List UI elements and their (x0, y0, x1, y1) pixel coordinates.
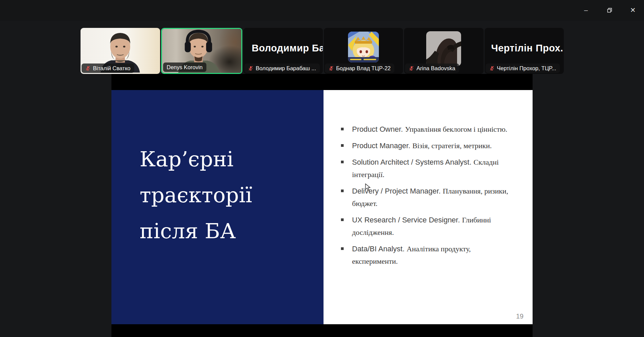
minimize-button[interactable]: – (578, 5, 594, 15)
bullet-role: Delivery / Project Manager. (352, 187, 441, 195)
bullet-role: Data/BI Analyst. (352, 245, 405, 253)
participant-name: Боднар Влад ТЦР-22 (336, 65, 391, 72)
close-button[interactable]: ✕ (625, 5, 641, 15)
muted-mic-icon (248, 66, 253, 71)
slide-content-panel: Product Owner. Управління беклогом і цін… (324, 90, 533, 324)
participant-name: Arina Badovska (416, 65, 455, 72)
slide-title-line: траєкторії (140, 177, 324, 213)
muted-mic-icon (409, 66, 414, 71)
presentation-slide: Кар’єрні траєкторії після БА Product Own… (111, 90, 533, 324)
slide-title: Кар’єрні траєкторії після БА (140, 141, 324, 249)
bullet-role: Product Manager. (352, 141, 410, 150)
participant-name-label: Denys Korovin (163, 62, 206, 72)
bullet-item: UX Research / Service Designer. Глибинні… (352, 214, 513, 239)
muted-mic-icon (329, 66, 334, 71)
participant-tile-bodnar-vlad[interactable]: Боднар Влад ТЦР-22 (324, 28, 403, 74)
bullet-item: Delivery / Project Manager. Планування, … (352, 185, 513, 210)
slide-page-number: 19 (516, 312, 524, 320)
participant-tile-arina-badovska[interactable]: Arina Badovska (404, 28, 484, 74)
participant-name-label: Чертілін Прохор, ТЦР... (486, 64, 560, 73)
participant-avatar (348, 32, 379, 62)
bullet-item: Solution Architect / Systems Analyst. Ск… (352, 156, 513, 181)
participant-name-label: Arina Badovska (405, 64, 459, 73)
participant-avatar (426, 31, 461, 66)
bullet-list: Product Owner. Управління беклогом і цін… (324, 90, 533, 267)
participant-tile-vitalii-svatko[interactable]: Віталій Сватко (81, 28, 160, 74)
participant-name-label: Володимир Барабаш ... (244, 64, 320, 73)
bullet-role: Product Owner. (352, 125, 403, 133)
meeting-window: – ✕ (0, 0, 644, 337)
bullet-description: Візія, стратегія, метрики. (412, 141, 492, 150)
slide-title-panel: Кар’єрні траєкторії після БА (111, 90, 324, 324)
minimize-icon: – (584, 6, 588, 14)
screen-share-area: Кар’єрні траєкторії після БА Product Own… (111, 74, 533, 337)
restore-icon (607, 8, 612, 13)
muted-mic-icon (489, 66, 495, 71)
bullet-role: Solution Architect / Systems Analyst. (352, 158, 472, 166)
bullet-item: Product Owner. Управління беклогом і цін… (352, 123, 513, 135)
participant-tile-chertilin-prokhor[interactable]: Чертілін Прох... Чертілін Прохор, ТЦР... (485, 28, 564, 74)
participant-name: Віталій Сватко (93, 65, 131, 72)
bullet-item: Product Manager. Візія, стратегія, метри… (352, 139, 513, 152)
close-icon: ✕ (630, 6, 636, 14)
participant-name: Чертілін Прохор, ТЦР... (497, 65, 556, 72)
restore-button[interactable] (602, 5, 617, 15)
participant-name: Denys Korovin (167, 64, 203, 71)
participant-name: Володимир Барабаш ... (256, 65, 316, 72)
muted-mic-icon (85, 66, 91, 71)
bullet-description: Управління беклогом і цінністю. (405, 125, 507, 133)
slide-title-line: після БА (140, 213, 324, 249)
slide-title-line: Кар’єрні (140, 141, 324, 177)
bullet-item: Data/BI Analyst. Аналітика продукту, екс… (352, 243, 513, 267)
bullet-role: UX Research / Service Designer. (352, 216, 460, 224)
participant-name-label: Боднар Влад ТЦР-22 (325, 64, 394, 73)
window-titlebar: – ✕ (0, 0, 644, 21)
participant-tile-volodymyr-barabash[interactable]: Володимир Ба... Володимир Барабаш ... (243, 28, 323, 74)
participant-tile-denys-korovin[interactable]: Denys Korovin (161, 28, 243, 74)
participant-name-label: Віталій Сватко (82, 64, 134, 73)
participant-filmstrip: Віталій Сватко Denys Korovin (81, 28, 564, 74)
window-controls: – ✕ (578, 5, 641, 15)
